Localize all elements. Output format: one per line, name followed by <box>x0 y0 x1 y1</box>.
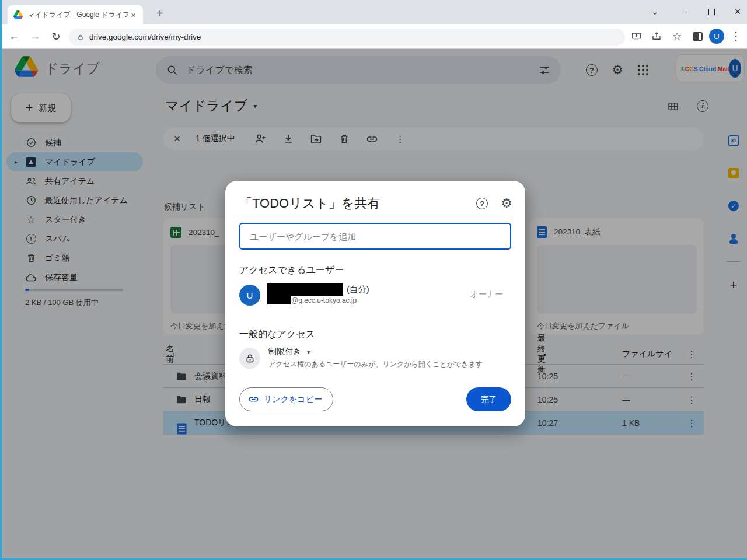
back-button[interactable]: ← <box>5 28 23 46</box>
chevron-down-icon: ▾ <box>307 349 310 355</box>
tab-close-icon[interactable]: × <box>128 10 138 20</box>
restricted-label: 制限付き <box>268 346 301 357</box>
address-bar[interactable]: drive.google.com/drive/my-drive <box>69 29 625 46</box>
lock-icon <box>239 348 260 369</box>
browser-toolbar: ← → ↻ drive.google.com/drive/my-drive ☆ … <box>2 24 747 49</box>
side-panel-icon[interactable] <box>689 27 706 45</box>
redacted-name <box>267 284 343 296</box>
link-icon <box>248 394 259 405</box>
window-close-button[interactable]: × <box>725 0 747 23</box>
forward-button[interactable]: → <box>26 28 44 46</box>
dialog-help-icon[interactable]: ? <box>476 198 488 209</box>
owner-avatar: U <box>239 285 260 306</box>
add-people-input[interactable] <box>239 223 511 250</box>
maximize-icon <box>708 9 715 15</box>
restricted-dropdown[interactable]: 制限付き ▾ <box>268 346 310 357</box>
tab-search-chevron-icon[interactable]: ⌄ <box>646 4 664 20</box>
install-app-icon[interactable] <box>627 27 645 45</box>
dialog-title: 「TODOリスト」を共有 <box>239 195 511 212</box>
browser-tab[interactable]: マイドライブ - Google ドライブ × <box>8 5 143 24</box>
access-section-label: アクセスできるユーザー <box>239 264 344 276</box>
copy-link-label: リンクをコピー <box>264 394 322 405</box>
drive-favicon <box>13 10 23 19</box>
lock-icon <box>77 33 84 41</box>
share-icon[interactable] <box>648 27 665 45</box>
share-dialog: 「TODOリスト」を共有 ? ⚙ アクセスできるユーザー U (自分) @g.e… <box>225 181 525 426</box>
general-access-label: 一般的なアクセス <box>239 328 315 341</box>
reload-button[interactable]: ↻ <box>47 28 65 46</box>
browser-profile-avatar[interactable]: U <box>709 29 724 44</box>
owner-self-suffix: (自分) <box>347 284 369 295</box>
dialog-settings-icon[interactable]: ⚙ <box>501 197 512 210</box>
new-tab-button[interactable]: + <box>152 7 167 20</box>
copy-link-button[interactable]: リンクをコピー <box>239 387 333 411</box>
done-button[interactable]: 完了 <box>466 387 511 411</box>
owner-role-label: オーナー <box>470 289 503 300</box>
screen: マイドライブ - Google ドライブ × + ⌄ – × ← → ↻ dri… <box>0 0 747 560</box>
browser-menu-icon[interactable]: ⋮ <box>727 27 745 45</box>
bookmark-star-icon[interactable]: ☆ <box>668 27 686 45</box>
redacted-email <box>267 296 291 304</box>
drive-app: ドライブ ? ⚙ ECCS Cloud Mail U + 新規 <box>2 49 747 558</box>
browser-tab-strip: マイドライブ - Google ドライブ × + ⌄ – × <box>2 0 747 24</box>
tab-title: マイドライブ - Google ドライブ <box>27 10 128 20</box>
window-minimize-button[interactable]: – <box>672 0 697 23</box>
url-text: drive.google.com/drive/my-drive <box>89 33 201 41</box>
owner-email-domain: @g.ecc.u-tokyo.ac.jp <box>291 296 357 304</box>
window-maximize-button[interactable] <box>699 0 724 23</box>
owner-row: U (自分) @g.ecc.u-tokyo.ac.jp オーナー <box>239 284 511 309</box>
restricted-description: アクセス権のあるユーザーのみが、リンクから開くことができます <box>268 359 483 369</box>
